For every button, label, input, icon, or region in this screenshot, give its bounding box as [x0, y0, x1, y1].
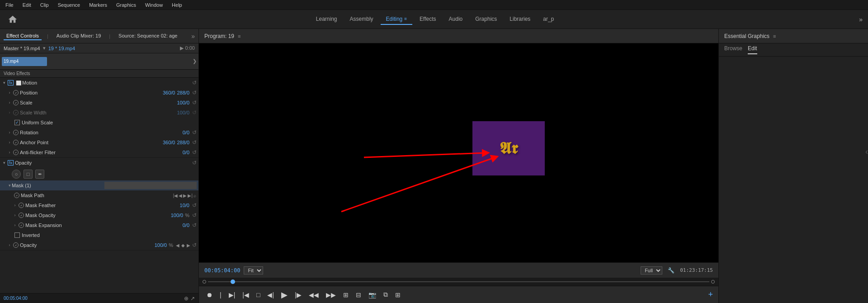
mask-nav-add[interactable]: ▶ — [183, 193, 187, 198]
safe-margins-button[interactable]: ⊞ — [341, 290, 350, 299]
timeline-clip[interactable]: 19.mp4 — [2, 57, 47, 66]
step-back-button[interactable]: ◀| — [265, 290, 276, 299]
scale-width-reset-button[interactable]: ↺ — [192, 109, 197, 116]
play-button-small[interactable]: ▶ — [180, 45, 184, 51]
menu-graphics[interactable]: Graphics — [114, 1, 138, 9]
panel-bottom-btn-1[interactable]: ⊕ — [184, 295, 189, 302]
mask-nav-last[interactable]: ⌕ — [193, 193, 196, 198]
mark-out-button[interactable]: | — [218, 290, 223, 299]
tab-effects[interactable]: Audio — [443, 14, 468, 25]
anti-flicker-chevron[interactable]: › — [7, 150, 12, 155]
menu-clip[interactable]: Clip — [38, 1, 51, 9]
timeline-playhead[interactable] — [231, 279, 235, 284]
tab-audio[interactable]: Graphics — [470, 14, 502, 25]
mask-feather-chevron[interactable]: › — [13, 203, 17, 208]
export-frame-button[interactable]: 📷 — [367, 290, 378, 299]
panel-bottom-btn-2[interactable]: ↗ — [190, 295, 195, 302]
clip-name-secondary[interactable]: 19 * 19.mp4 — [48, 46, 75, 51]
mask-nav-next[interactable]: ▶| — [188, 193, 193, 198]
essential-graphics-menu-button[interactable]: ≡ — [773, 33, 776, 39]
tab-learning[interactable]: Learning — [311, 14, 343, 25]
menu-markers[interactable]: Markers — [87, 1, 109, 9]
motion-header-row[interactable]: ▾ fx ⬜ Motion ↺ — [0, 78, 198, 88]
mask-expansion-stopwatch[interactable] — [19, 223, 24, 228]
mask-opacity-chevron[interactable]: › — [13, 213, 17, 218]
mask-pen-tool[interactable]: ✒ — [35, 170, 44, 179]
rotation-chevron[interactable]: › — [7, 130, 12, 135]
opacity-prop-reset-button[interactable]: ↺ — [192, 242, 197, 248]
loop-button[interactable]: □ — [255, 290, 262, 299]
uniform-scale-checkbox[interactable] — [14, 120, 20, 125]
opacity-reset-button[interactable]: ↺ — [192, 160, 197, 166]
inverted-checkbox[interactable] — [14, 232, 20, 238]
shuttle-back-button[interactable]: ◀◀ — [307, 290, 321, 299]
menu-help[interactable]: Help — [170, 1, 184, 9]
mask-expansion-val1[interactable]: 0/0 — [183, 223, 189, 228]
anti-flicker-stopwatch[interactable] — [13, 150, 19, 155]
tab-audio-clip-mixer[interactable]: Audio Clip Mixer: 19 — [54, 32, 104, 40]
menu-sequence[interactable]: Sequence — [56, 1, 82, 9]
opacity-keyframe-diamond[interactable]: ◆ — [181, 243, 185, 248]
tab-ar-p[interactable] — [561, 17, 572, 22]
position-chevron[interactable]: › — [7, 90, 12, 95]
mask-nav-prev[interactable]: ◀ — [179, 193, 182, 198]
scale-val1[interactable]: 100/0 — [177, 100, 189, 105]
program-menu-button[interactable]: ≡ — [238, 33, 241, 39]
tab-assembly[interactable]: Assembly — [344, 14, 379, 25]
opacity-prop-chevron[interactable]: › — [7, 243, 12, 247]
anti-flicker-val1[interactable]: 0/0 — [183, 150, 189, 155]
right-panel-collapse-handle[interactable]: ‹ — [865, 147, 868, 156]
mask-path-stopwatch[interactable] — [14, 193, 19, 198]
anchor-point-stopwatch[interactable] — [13, 140, 19, 145]
rotation-reset-button[interactable]: ↺ — [192, 129, 197, 136]
position-val1[interactable]: 360/0 — [163, 90, 175, 95]
scale-chevron[interactable]: › — [7, 100, 12, 105]
go-to-in-button[interactable]: ▶| — [227, 290, 237, 299]
mask-ellipse-tool[interactable]: ○ — [12, 170, 21, 179]
menu-file[interactable]: File — [4, 1, 15, 9]
mark-in-button[interactable]: ⏺ — [204, 290, 214, 299]
compare-button[interactable]: ⧉ — [382, 290, 390, 299]
mask-header-row[interactable]: ▾ Mask (1) — [0, 180, 198, 190]
home-button[interactable] — [5, 12, 20, 27]
tab-browse[interactable]: Browse — [724, 45, 742, 54]
opacity-prop-stopwatch[interactable] — [13, 242, 19, 248]
mask-opacity-val1[interactable]: 100/0 — [171, 213, 184, 218]
shuttle-forward-button[interactable]: ▶▶ — [324, 290, 338, 299]
program-time-display[interactable]: 00:05:04:00 — [204, 267, 240, 274]
anchor-point-chevron[interactable]: › — [7, 140, 12, 145]
mask-rectangle-tool[interactable]: □ — [24, 170, 33, 179]
position-val2[interactable]: 288/0 — [177, 90, 189, 95]
mask-expansion-reset-button[interactable]: ↺ — [192, 222, 197, 228]
fit-select[interactable]: Fit — [244, 266, 263, 275]
mask-feather-reset-button[interactable]: ↺ — [192, 202, 197, 208]
scale-width-stopwatch[interactable] — [13, 110, 19, 115]
anchor-point-reset-button[interactable]: ↺ — [192, 139, 197, 146]
position-reset-button[interactable]: ↺ — [192, 90, 197, 96]
mask-expansion-chevron[interactable]: › — [13, 223, 17, 227]
scale-stopwatch[interactable] — [13, 100, 19, 105]
play-pause-button[interactable]: ▶ — [279, 289, 289, 301]
master-clip-name[interactable]: Master * 19.mp4 — [4, 46, 40, 51]
add-to-sequence-button[interactable]: + — [708, 290, 713, 299]
menu-edit[interactable]: Edit — [21, 1, 33, 9]
scale-width-chevron[interactable]: › — [7, 110, 12, 115]
tab-graphics[interactable]: Libraries — [504, 14, 536, 25]
nav-more-button[interactable]: » — [859, 16, 863, 23]
motion-reset-button[interactable]: ↺ — [192, 80, 197, 86]
scale-width-val1[interactable]: 100/0 — [177, 110, 189, 115]
tab-effect-controls[interactable]: Effect Controls — [4, 32, 42, 40]
step-forward-button[interactable]: |▶ — [293, 290, 303, 299]
menu-window[interactable]: Window — [143, 1, 165, 9]
anchor-point-val1[interactable]: 360/0 — [163, 140, 175, 145]
settings-button[interactable]: ⊞ — [393, 290, 402, 299]
scale-reset-button[interactable]: ↺ — [192, 99, 197, 106]
mask-opacity-reset-button[interactable]: ↺ — [192, 212, 197, 218]
go-to-out-button[interactable]: |◀ — [241, 290, 251, 299]
rotation-val1[interactable]: 0/0 — [183, 130, 189, 135]
panel-expand-button[interactable]: » — [191, 33, 195, 40]
anti-flicker-reset-button[interactable]: ↺ — [192, 149, 197, 156]
output-button[interactable]: ⊟ — [354, 290, 363, 299]
tab-source[interactable]: Source: Sequence 02: age — [116, 32, 180, 40]
mask-feather-stopwatch[interactable] — [19, 203, 24, 208]
